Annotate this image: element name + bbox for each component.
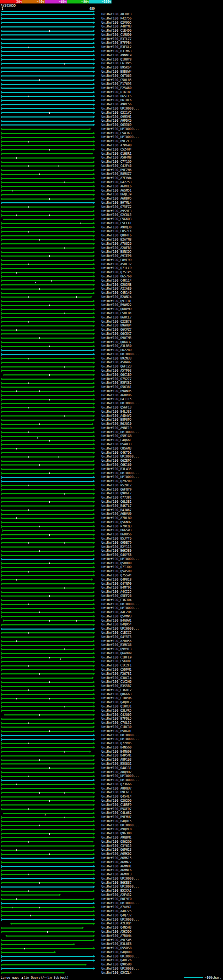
alignment-row[interactable]: UniRef100_Q6BPM9 [0, 307, 223, 312]
alignment-row[interactable]: UniRef100_Q5VMP3 [0, 615, 223, 619]
subject-label[interactable]: UniRef100_C5QL85 [101, 78, 132, 83]
alignment-row[interactable]: UniRef100_C7Y1G9 [0, 160, 223, 164]
subject-label[interactable]: UniRef100_C5G6Q3 [101, 217, 132, 221]
alignment-bar[interactable] [2, 616, 93, 617]
alignment-row[interactable]: UniRef100_B4P5M1 [0, 754, 223, 758]
subject-label[interactable]: UniRef100_UPI0000... [101, 877, 139, 881]
subject-label[interactable]: UniRef100_B9SKS4 [101, 66, 132, 70]
alignment-row[interactable]: UniRef100_Q72V05 [0, 741, 223, 746]
alignment-bar[interactable] [2, 124, 93, 126]
alignment-bar[interactable] [2, 141, 93, 142]
alignment-row[interactable]: UniRef100_A7EVW4 [0, 176, 223, 180]
alignment-bar[interactable] [2, 211, 93, 212]
alignment-bar[interactable] [2, 653, 93, 654]
alignment-bar[interactable] [2, 751, 90, 752]
subject-label[interactable]: UniRef100_A9RQ30 [101, 226, 132, 230]
alignment-bar[interactable] [2, 727, 93, 728]
alignment-bar[interactable] [2, 162, 93, 163]
subject-label[interactable]: UniRef100_A4H7Z5 [101, 909, 132, 913]
subject-label[interactable]: UniRef100_Q5Q3N8 [101, 283, 132, 287]
alignment-row[interactable]: UniRef100_B4M698 [0, 750, 223, 754]
subject-label[interactable]: UniRef100_B6HCL7 [101, 316, 132, 320]
alignment-row[interactable]: UniRef100_B3L435 [0, 467, 223, 471]
alignment-row[interactable]: UniRef100_A4EZU4 [0, 611, 223, 615]
alignment-bar[interactable] [2, 227, 93, 228]
subject-label[interactable]: UniRef100_B4Q090 [101, 950, 132, 955]
alignment-bar[interactable] [2, 899, 93, 900]
alignment-bar[interactable] [2, 788, 93, 789]
subject-label[interactable]: UniRef100_B5S8G1 [101, 762, 132, 766]
subject-label[interactable]: UniRef100_C5KX81 [101, 659, 132, 663]
alignment-row[interactable]: UniRef100_C1C2H6 [0, 680, 223, 684]
alignment-row[interactable]: UniRef100_Q6PH13 [0, 848, 223, 852]
alignment-bar[interactable] [2, 956, 93, 957]
alignment-bar[interactable] [2, 452, 93, 453]
subject-label[interactable]: UniRef100_A9S9F3 [101, 209, 132, 213]
alignment-row[interactable]: UniRef100_Q8H4T6 [0, 234, 223, 238]
alignment-bar[interactable] [2, 669, 93, 670]
alignment-row[interactable]: UniRef100_B6JQ10 [0, 422, 223, 426]
alignment-row[interactable]: UniRef100_Q9ITB1 [0, 299, 223, 304]
alignment-bar[interactable] [2, 808, 93, 810]
alignment-bar[interactable] [2, 632, 93, 633]
alignment-row[interactable]: UniRef100_UPI0000... [0, 918, 223, 922]
alignment-bar[interactable] [2, 498, 93, 498]
alignment-row[interactable]: UniRef100_Q4P818 [0, 578, 223, 582]
alignment-bar[interactable] [2, 67, 93, 68]
alignment-bar[interactable] [2, 972, 63, 974]
subject-label[interactable]: UniRef100_B0E9T0 [101, 897, 132, 901]
alignment-bar[interactable] [2, 550, 93, 552]
alignment-bar[interactable] [2, 579, 91, 580]
subject-label[interactable]: UniRef100_Q7S1V5 [101, 270, 132, 275]
alignment-row[interactable]: UniRef100_C7GL32 [0, 721, 223, 725]
subject-label[interactable]: UniRef100_UPI0000... [101, 733, 139, 738]
alignment-bar[interactable] [2, 825, 93, 826]
alignment-row[interactable]: UniRef100_A6MN77 [0, 861, 223, 865]
alignment-bar[interactable] [2, 805, 93, 805]
alignment-row[interactable]: UniRef100_C5Z4H4 [0, 148, 223, 152]
subject-label[interactable]: UniRef100_UPI0000... [101, 475, 139, 479]
alignment-row[interactable]: UniRef100_Q9DE79 [0, 541, 223, 545]
alignment-bar[interactable] [2, 457, 93, 458]
alignment-row[interactable]: UniRef100_UPI0000... [0, 127, 223, 131]
alignment-row[interactable]: UniRef100_Q56381 [0, 385, 223, 389]
subject-label[interactable]: UniRef100_B6TDF6 [101, 99, 132, 103]
subject-label[interactable]: UniRef100_C1E4D6 [101, 29, 132, 33]
alignment-row[interactable]: UniRef100_C5G6Q3 [0, 217, 223, 221]
subject-label[interactable]: UniRef100_A9NN19 [101, 54, 132, 58]
alignment-bar[interactable] [3, 620, 93, 621]
alignment-bar[interactable] [2, 698, 93, 699]
alignment-row[interactable]: UniRef100_C6TVV5 [0, 62, 223, 66]
alignment-bar[interactable] [2, 366, 93, 368]
alignment-bar[interactable] [2, 886, 93, 888]
alignment-bar[interactable] [2, 231, 93, 232]
alignment-row[interactable]: UniRef100_A6BVU0 [0, 512, 223, 516]
subject-label[interactable]: UniRef100_C6K160 [101, 463, 132, 467]
subject-label[interactable]: UniRef100_Q75277 [101, 377, 132, 381]
alignment-bar[interactable] [2, 108, 93, 109]
alignment-bar[interactable] [2, 850, 93, 851]
alignment-bar[interactable] [2, 694, 93, 695]
alignment-bar[interactable] [2, 571, 93, 572]
alignment-row[interactable]: UniRef100_A6RKL6 [0, 185, 223, 189]
alignment-bar[interactable] [2, 710, 93, 711]
alignment-bar[interactable] [2, 477, 93, 478]
alignment-bar[interactable] [2, 346, 93, 347]
alignment-bar[interactable] [2, 866, 93, 867]
subject-label[interactable]: UniRef100_Q56381 [101, 385, 132, 389]
subject-label[interactable]: UniRef100_A2IAE0 [101, 287, 132, 291]
subject-label[interactable]: UniRef100_A5H4N8 [101, 156, 132, 160]
alignment-bar[interactable] [2, 874, 93, 875]
subject-label[interactable]: UniRef100_UPI0000... [101, 471, 139, 476]
alignment-row[interactable]: UniRef100_B5W833 [0, 442, 223, 447]
alignment-bar[interactable] [2, 858, 93, 859]
alignment-row[interactable]: UniRef100_Q6FIZ3 [0, 365, 223, 369]
subject-label[interactable]: UniRef100_A7AVX1 [101, 905, 132, 909]
alignment-bar[interactable] [2, 305, 93, 306]
subject-label[interactable]: UniRef100_Q73G66 [101, 783, 132, 787]
alignment-row[interactable]: UniRef100_B4G9W1 [0, 619, 223, 623]
alignment-row[interactable]: UniRef100_B6HCL7 [0, 316, 223, 320]
alignment-bar[interactable] [2, 215, 93, 216]
subject-label[interactable]: UniRef100_Q72V05 [101, 741, 132, 746]
alignment-bar[interactable] [2, 665, 93, 667]
